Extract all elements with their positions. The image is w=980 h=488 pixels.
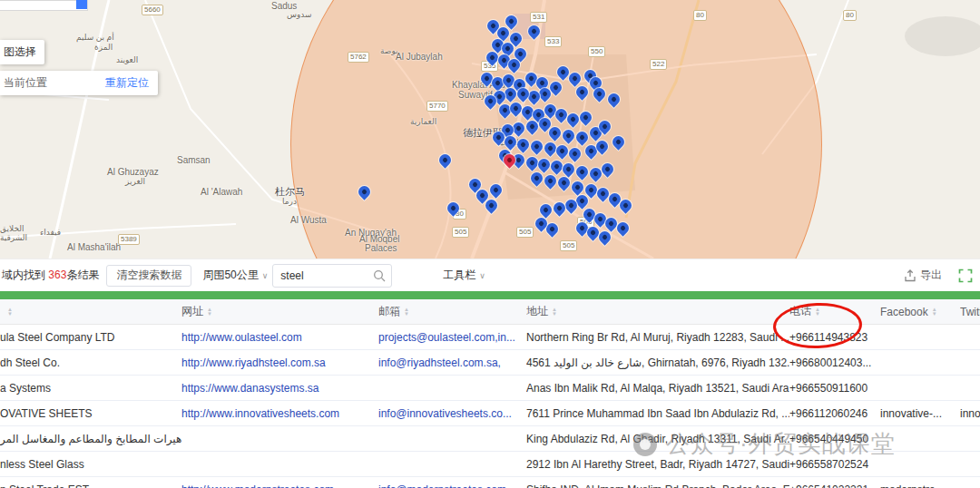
map-label: Palaces [365, 243, 397, 253]
table-header: ▲▼网址▲▼邮箱▲▼地址▲▼电话▲▼Facebook▲▼Twitter▲▼ [0, 299, 980, 325]
tools-dropdown[interactable]: 工具栏 ∨ [443, 268, 485, 283]
cell-name: ula Steel Company LTD [0, 331, 181, 344]
road-number-badge: 5660 [142, 5, 163, 15]
radius-label: 周围50公里 [202, 268, 258, 283]
cell-email[interactable]: info@modernstreetes.com... [378, 483, 526, 488]
map-panel-cut [0, 0, 88, 11]
map-label: سدوس [287, 10, 312, 19]
map-label: Al Ghuzayaz [107, 167, 159, 177]
cell-phone: +966558702524 [789, 458, 880, 471]
sort-icon[interactable]: ▲▼ [932, 307, 937, 317]
cell-phone: +966541022221 [789, 483, 880, 488]
search-box [272, 264, 392, 288]
cell-email[interactable]: info@riyadhsteel.com.sa, [378, 356, 526, 369]
map-label: الشرقية [0, 233, 27, 242]
column-header-name[interactable]: ▲▼ [0, 307, 181, 317]
results-count: 363 [48, 268, 66, 281]
results-toolbar: 域内找到 363条结果 清空搜索数据 周围50公里 ∨ 工具栏 ∨ 导出 [0, 259, 980, 291]
map-label: العمارية [410, 117, 436, 126]
cell-website[interactable]: http://www.riyadhsteel.com.sa [181, 356, 378, 369]
radius-dropdown[interactable]: 周围50公里 ∨ [202, 268, 268, 283]
cell-website[interactable]: http://www.modernstreetes.com [181, 483, 378, 488]
table-row[interactable]: nless Steel Glass2912 Ibn Al Harethy Str… [0, 452, 980, 477]
road-number-badge: 505 [516, 227, 534, 238]
clear-search-button[interactable]: 清空搜索数据 [106, 265, 191, 287]
road-number-badge: 80 [843, 10, 857, 21]
app-window: Sadusسدوسأم بن سليمالمزةالعويندبوصةAl Ju… [0, 0, 980, 488]
cell-name: dh Steel Co. [0, 356, 181, 369]
search-icon[interactable] [373, 269, 386, 282]
column-label: 地址 [526, 304, 548, 319]
column-label: Facebook [880, 306, 928, 318]
map-label: Al Wusta [290, 215, 327, 225]
map-label: Al 'Alawah [201, 187, 242, 197]
current-location-label: 当前位置 [4, 75, 47, 91]
table-row[interactable]: OVATIVE SHEETShttp://www.innovativesheet… [0, 401, 980, 426]
column-header-网址[interactable]: 网址▲▼ [181, 304, 378, 319]
table-row[interactable]: هيرات المطابخ والمطاعم والمغاسل المر...K… [0, 426, 980, 452]
column-header-Facebook[interactable]: Facebook▲▼ [880, 306, 960, 318]
sort-icon[interactable]: ▲▼ [552, 307, 557, 317]
cell-address: 4561 شارع خالد بن الوليد, Ghirnatah, 697… [526, 356, 789, 369]
column-header-邮箱[interactable]: 邮箱▲▼ [378, 304, 526, 319]
sort-icon[interactable]: ▲▼ [207, 307, 212, 317]
chevron-down-icon: ∨ [262, 271, 269, 280]
column-label: 网址 [181, 304, 203, 319]
cell-facebook: innovative-... [880, 407, 960, 420]
cell-email[interactable]: projects@oulasteel.com,in... [378, 331, 526, 344]
table-row[interactable]: a Systemshttps://www.danasystems.saAnas … [0, 376, 980, 401]
cell-email[interactable]: info@innovativesheets.co... [378, 407, 526, 420]
column-header-电话[interactable]: 电话▲▼ [789, 304, 880, 319]
cell-twitter: inno... [960, 407, 980, 420]
results-summary: 域内找到 363条结果 [2, 268, 99, 283]
cell-phone: +966540449450 [789, 433, 880, 445]
sort-icon[interactable]: ▲▼ [404, 307, 409, 317]
map-label: المزة [94, 43, 113, 52]
road-number-badge: 505 [560, 240, 577, 251]
table-row[interactable]: dh Steel Co.http://www.riyadhsteel.com.s… [0, 350, 980, 376]
cell-phone: +966550911600 [789, 382, 880, 395]
road-number-badge: 5389 [118, 234, 140, 245]
column-label: Twitter [960, 306, 980, 318]
cell-phone: +966112060246 [789, 407, 880, 420]
map-select-button[interactable]: 图选择 [0, 40, 44, 64]
cell-name: OVATIVE SHEETS [0, 407, 181, 420]
cell-website[interactable]: http://www.oulasteel.com [181, 331, 378, 344]
road-number-badge: 505 [452, 227, 469, 238]
road-number-badge: 531 [530, 12, 547, 23]
road-number-badge: 80 [693, 10, 707, 21]
cell-website[interactable]: https://www.danasystems.sa [181, 382, 378, 395]
export-label: 导出 [920, 268, 942, 283]
map-canvas[interactable]: Sadusسدوسأم بن سليمالمزةالعويندبوصةAl Ju… [0, 0, 980, 259]
cell-address: King Abdulaziz Rd, Al Ghadir, Riyadh 133… [526, 433, 789, 445]
map-select-label: 图选择 [4, 44, 36, 60]
table-row[interactable]: n Steel Trade ESThttp://www.modernstreet… [0, 477, 980, 488]
fullscreen-button[interactable] [958, 268, 973, 283]
road-number-badge: 5770 [426, 101, 448, 112]
current-location-panel: 当前位置 重新定位 [0, 71, 158, 95]
map-label: الخلايق [0, 224, 24, 233]
sort-icon[interactable]: ▲▼ [7, 307, 13, 317]
fullscreen-icon [958, 268, 973, 283]
map-label: Al Jubaylah [396, 52, 443, 62]
sort-icon[interactable]: ▲▼ [815, 307, 820, 317]
cell-address: Shifha IND, Al Imam Muslim Rd Branch, Ba… [526, 483, 789, 488]
column-header-Twitter[interactable]: Twitter▲▼ [960, 306, 980, 318]
cell-website[interactable]: http://www.innovativesheets.com [181, 407, 378, 420]
map-label: فيفداء [40, 228, 61, 237]
column-label: 邮箱 [378, 304, 400, 319]
table-row[interactable]: ula Steel Company LTDhttp://www.oulastee… [0, 325, 980, 350]
cell-phone: +966114943823 [789, 331, 880, 344]
map-panel-blue-button[interactable] [76, 0, 87, 9]
relocate-link[interactable]: 重新定位 [105, 75, 149, 91]
export-button[interactable]: 导出 [904, 268, 942, 283]
map-label: Samsan [177, 155, 211, 165]
cell-name: nless Steel Glass [0, 458, 181, 471]
road-number-badge: 533 [544, 36, 562, 47]
cell-address: 7611 Prince Muhammad Ibn Saad Ibn Abdula… [526, 407, 789, 420]
search-input[interactable] [279, 268, 373, 283]
column-header-地址[interactable]: 地址▲▼ [526, 304, 789, 319]
road-number-badge: 522 [650, 59, 667, 70]
cell-address: Northern Ring Br Rd, Al Muruj, Riyadh 12… [526, 331, 789, 344]
cell-address: Anas Ibn Malik Rd, Al Malqa, Riyadh 1352… [526, 382, 789, 395]
